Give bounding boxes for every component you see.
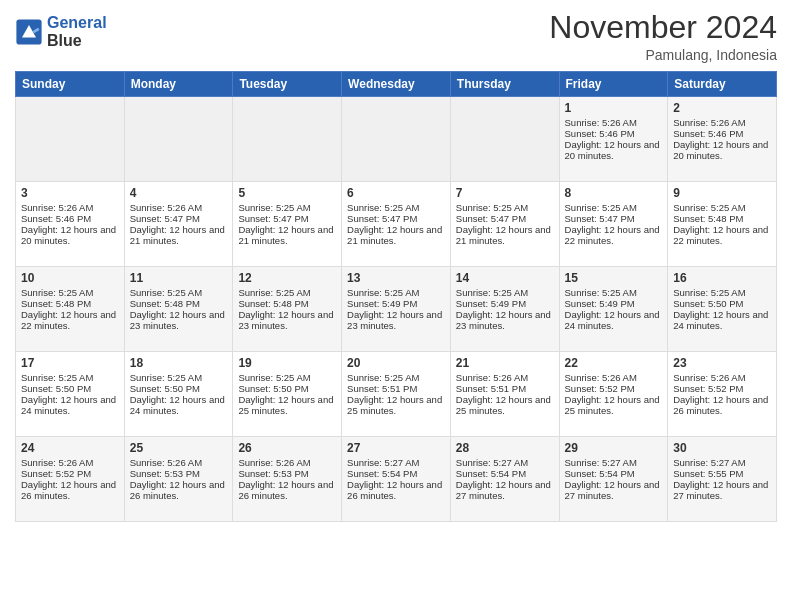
daylight-text: Daylight: 12 hours and 27 minutes. [673,479,768,501]
day-number: 1 [565,101,663,115]
calendar-cell: 3Sunrise: 5:26 AMSunset: 5:46 PMDaylight… [16,182,125,267]
calendar-cell: 11Sunrise: 5:25 AMSunset: 5:48 PMDayligh… [124,267,233,352]
calendar-cell: 16Sunrise: 5:25 AMSunset: 5:50 PMDayligh… [668,267,777,352]
day-number: 20 [347,356,445,370]
calendar-cell: 1Sunrise: 5:26 AMSunset: 5:46 PMDaylight… [559,97,668,182]
title-block: November 2024 Pamulang, Indonesia [549,10,777,63]
calendar-cell: 14Sunrise: 5:25 AMSunset: 5:49 PMDayligh… [450,267,559,352]
daylight-text: Daylight: 12 hours and 27 minutes. [565,479,660,501]
calendar-cell: 24Sunrise: 5:26 AMSunset: 5:52 PMDayligh… [16,437,125,522]
day-number: 12 [238,271,336,285]
logo-icon [15,18,43,46]
calendar-cell: 29Sunrise: 5:27 AMSunset: 5:54 PMDayligh… [559,437,668,522]
calendar-cell: 23Sunrise: 5:26 AMSunset: 5:52 PMDayligh… [668,352,777,437]
sunrise-text: Sunrise: 5:25 AM [673,287,745,298]
sunset-text: Sunset: 5:46 PM [673,128,743,139]
daylight-text: Daylight: 12 hours and 20 minutes. [21,224,116,246]
sunset-text: Sunset: 5:49 PM [565,298,635,309]
sunrise-text: Sunrise: 5:25 AM [238,202,310,213]
calendar-week-row: 24Sunrise: 5:26 AMSunset: 5:52 PMDayligh… [16,437,777,522]
day-number: 17 [21,356,119,370]
sunset-text: Sunset: 5:51 PM [456,383,526,394]
sunset-text: Sunset: 5:51 PM [347,383,417,394]
calendar-cell: 10Sunrise: 5:25 AMSunset: 5:48 PMDayligh… [16,267,125,352]
weekday-header: Thursday [450,72,559,97]
weekday-header: Monday [124,72,233,97]
calendar-cell [342,97,451,182]
sunset-text: Sunset: 5:54 PM [347,468,417,479]
daylight-text: Daylight: 12 hours and 26 minutes. [673,394,768,416]
calendar-cell: 9Sunrise: 5:25 AMSunset: 5:48 PMDaylight… [668,182,777,267]
header: General Blue November 2024 Pamulang, Ind… [15,10,777,63]
calendar-week-row: 17Sunrise: 5:25 AMSunset: 5:50 PMDayligh… [16,352,777,437]
sunrise-text: Sunrise: 5:25 AM [565,287,637,298]
daylight-text: Daylight: 12 hours and 26 minutes. [347,479,442,501]
sunrise-text: Sunrise: 5:26 AM [21,457,93,468]
sunrise-text: Sunrise: 5:25 AM [347,287,419,298]
sunrise-text: Sunrise: 5:25 AM [21,287,93,298]
calendar-cell: 30Sunrise: 5:27 AMSunset: 5:55 PMDayligh… [668,437,777,522]
daylight-text: Daylight: 12 hours and 22 minutes. [565,224,660,246]
day-number: 27 [347,441,445,455]
day-number: 13 [347,271,445,285]
day-number: 18 [130,356,228,370]
daylight-text: Daylight: 12 hours and 23 minutes. [347,309,442,331]
calendar-cell [450,97,559,182]
sunrise-text: Sunrise: 5:27 AM [673,457,745,468]
day-number: 21 [456,356,554,370]
sunrise-text: Sunrise: 5:26 AM [673,372,745,383]
sunrise-text: Sunrise: 5:25 AM [347,202,419,213]
sunrise-text: Sunrise: 5:26 AM [238,457,310,468]
daylight-text: Daylight: 12 hours and 24 minutes. [565,309,660,331]
daylight-text: Daylight: 12 hours and 25 minutes. [456,394,551,416]
calendar-cell: 26Sunrise: 5:26 AMSunset: 5:53 PMDayligh… [233,437,342,522]
daylight-text: Daylight: 12 hours and 25 minutes. [347,394,442,416]
weekday-header: Wednesday [342,72,451,97]
sunset-text: Sunset: 5:49 PM [347,298,417,309]
calendar-cell: 8Sunrise: 5:25 AMSunset: 5:47 PMDaylight… [559,182,668,267]
sunset-text: Sunset: 5:55 PM [673,468,743,479]
day-number: 19 [238,356,336,370]
sunset-text: Sunset: 5:50 PM [130,383,200,394]
sunrise-text: Sunrise: 5:25 AM [130,287,202,298]
sunrise-text: Sunrise: 5:25 AM [130,372,202,383]
daylight-text: Daylight: 12 hours and 26 minutes. [130,479,225,501]
daylight-text: Daylight: 12 hours and 22 minutes. [673,224,768,246]
daylight-text: Daylight: 12 hours and 26 minutes. [21,479,116,501]
day-number: 14 [456,271,554,285]
sunset-text: Sunset: 5:52 PM [565,383,635,394]
sunrise-text: Sunrise: 5:26 AM [456,372,528,383]
day-number: 30 [673,441,771,455]
daylight-text: Daylight: 12 hours and 21 minutes. [130,224,225,246]
daylight-text: Daylight: 12 hours and 24 minutes. [130,394,225,416]
calendar-cell: 2Sunrise: 5:26 AMSunset: 5:46 PMDaylight… [668,97,777,182]
calendar-cell: 18Sunrise: 5:25 AMSunset: 5:50 PMDayligh… [124,352,233,437]
daylight-text: Daylight: 12 hours and 21 minutes. [238,224,333,246]
month-title: November 2024 [549,10,777,45]
sunrise-text: Sunrise: 5:25 AM [347,372,419,383]
weekday-header: Tuesday [233,72,342,97]
calendar: SundayMondayTuesdayWednesdayThursdayFrid… [15,71,777,522]
calendar-cell: 25Sunrise: 5:26 AMSunset: 5:53 PMDayligh… [124,437,233,522]
sunrise-text: Sunrise: 5:26 AM [130,457,202,468]
daylight-text: Daylight: 12 hours and 27 minutes. [456,479,551,501]
calendar-week-row: 1Sunrise: 5:26 AMSunset: 5:46 PMDaylight… [16,97,777,182]
sunset-text: Sunset: 5:53 PM [130,468,200,479]
sunset-text: Sunset: 5:49 PM [456,298,526,309]
sunrise-text: Sunrise: 5:27 AM [456,457,528,468]
day-number: 15 [565,271,663,285]
daylight-text: Daylight: 12 hours and 23 minutes. [456,309,551,331]
sunrise-text: Sunrise: 5:25 AM [456,287,528,298]
calendar-cell: 27Sunrise: 5:27 AMSunset: 5:54 PMDayligh… [342,437,451,522]
weekday-header: Friday [559,72,668,97]
calendar-cell: 17Sunrise: 5:25 AMSunset: 5:50 PMDayligh… [16,352,125,437]
daylight-text: Daylight: 12 hours and 23 minutes. [238,309,333,331]
day-number: 28 [456,441,554,455]
day-number: 6 [347,186,445,200]
calendar-cell: 7Sunrise: 5:25 AMSunset: 5:47 PMDaylight… [450,182,559,267]
daylight-text: Daylight: 12 hours and 25 minutes. [238,394,333,416]
page: General Blue November 2024 Pamulang, Ind… [0,0,792,612]
calendar-cell: 20Sunrise: 5:25 AMSunset: 5:51 PMDayligh… [342,352,451,437]
sunset-text: Sunset: 5:47 PM [130,213,200,224]
calendar-cell: 13Sunrise: 5:25 AMSunset: 5:49 PMDayligh… [342,267,451,352]
